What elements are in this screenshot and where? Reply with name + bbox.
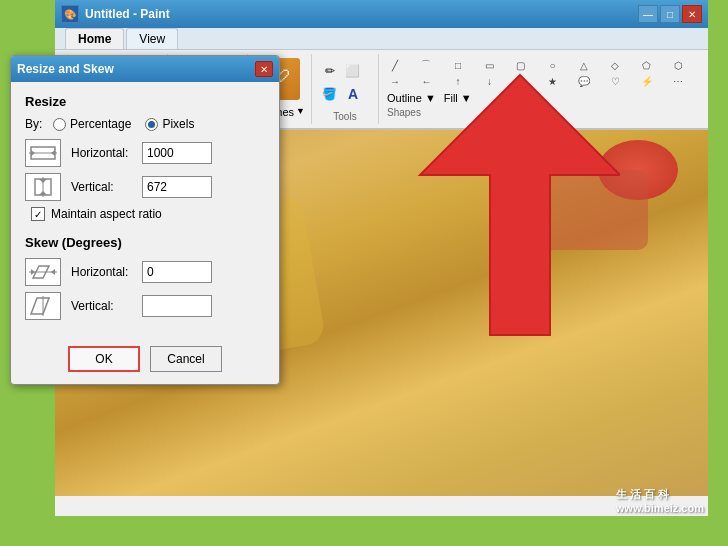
green-border-right bbox=[708, 0, 728, 546]
shape-star5[interactable]: ★ bbox=[544, 74, 560, 88]
ribbon-group-shapes: ╱ ⌒ □ ▭ ▢ ○ △ ◇ ⬠ ⬡ → ← ↑ ↓ ✦ ★ 💬 ♡ ⚡ ⋯ bbox=[379, 54, 708, 124]
aspect-ratio-checkbox[interactable]: ✓ bbox=[31, 207, 45, 221]
fill-dropdown[interactable]: Fill ▼ bbox=[444, 92, 472, 104]
shape-more[interactable]: ⋯ bbox=[670, 74, 686, 88]
shape-hexagon[interactable]: ⬡ bbox=[670, 58, 686, 72]
skew-vertical-row: Vertical: bbox=[25, 292, 265, 320]
skew-section: Skew (Degrees) Horizontal: bbox=[25, 235, 265, 320]
window-controls: — □ ✕ bbox=[638, 5, 702, 23]
by-label: By: bbox=[25, 117, 45, 131]
vertical-label: Vertical: bbox=[71, 180, 136, 194]
horizontal-label: Horizontal: bbox=[71, 146, 136, 160]
tool-eraser[interactable]: ⬜ bbox=[343, 61, 363, 81]
shape-pentagon[interactable]: ⬠ bbox=[639, 58, 655, 72]
skew-horizontal-input[interactable] bbox=[142, 261, 212, 283]
skew-horizontal-row: Horizontal: bbox=[25, 258, 265, 286]
shapes-options: Outline ▼ Fill ▼ bbox=[387, 92, 700, 104]
watermark-line2: www.bimeiz.com bbox=[616, 502, 704, 514]
ribbon-tabs: Home View bbox=[55, 28, 708, 50]
shape-arrow-right[interactable]: → bbox=[387, 74, 403, 88]
resize-vertical-row: Vertical: bbox=[25, 173, 265, 201]
shape-heart[interactable]: ♡ bbox=[607, 74, 623, 88]
pixels-radio-circle bbox=[145, 118, 158, 131]
vertical-input[interactable] bbox=[142, 176, 212, 198]
svg-marker-3 bbox=[31, 150, 35, 156]
maximize-button[interactable]: □ bbox=[660, 5, 680, 23]
svg-marker-13 bbox=[31, 298, 49, 314]
aspect-ratio-label: Maintain aspect ratio bbox=[51, 207, 162, 221]
food-element-2 bbox=[528, 170, 648, 250]
resize-section: Resize By: Percentage Pixels bbox=[25, 94, 265, 221]
shapes-label: Shapes bbox=[387, 107, 700, 120]
dialog-footer: OK Cancel bbox=[11, 338, 279, 384]
cancel-button[interactable]: Cancel bbox=[150, 346, 222, 372]
percentage-radio-circle bbox=[53, 118, 66, 131]
watermark: 生 活 百 科 www.bimeiz.com bbox=[616, 487, 704, 514]
pixels-radio[interactable]: Pixels bbox=[145, 117, 194, 131]
percentage-label: Percentage bbox=[70, 117, 131, 131]
eraser-icon: ⬜ bbox=[345, 63, 361, 79]
pixels-label: Pixels bbox=[162, 117, 194, 131]
green-border-bottom bbox=[0, 516, 728, 546]
vertical-resize-icon bbox=[25, 173, 61, 201]
aspect-ratio-row: ✓ Maintain aspect ratio bbox=[31, 207, 265, 221]
resize-radio-group: Percentage Pixels bbox=[53, 117, 194, 131]
brushes-dropdown-icon[interactable]: ▼ bbox=[296, 106, 305, 116]
text-icon: A bbox=[345, 86, 361, 102]
resize-title: Resize bbox=[25, 94, 265, 109]
shape-arrow-up[interactable]: ↑ bbox=[450, 74, 466, 88]
skew-horizontal-icon bbox=[25, 258, 61, 286]
tab-home[interactable]: Home bbox=[65, 28, 124, 49]
by-row: By: Percentage Pixels bbox=[25, 117, 265, 131]
shape-rect2[interactable]: ▭ bbox=[481, 58, 497, 72]
shape-lightning[interactable]: ⚡ bbox=[639, 74, 655, 88]
shape-star4[interactable]: ✦ bbox=[513, 74, 529, 88]
tool-pencil[interactable]: ✏ bbox=[320, 61, 340, 81]
close-window-button[interactable]: ✕ bbox=[682, 5, 702, 23]
skew-vertical-input[interactable] bbox=[142, 295, 212, 317]
shape-arrow-down[interactable]: ↓ bbox=[481, 74, 497, 88]
dialog-close-button[interactable]: ✕ bbox=[255, 61, 273, 77]
tools-label: Tools bbox=[333, 111, 356, 124]
title-bar-left: 🎨 Untitled - Paint bbox=[61, 5, 170, 23]
resize-horizontal-row: Horizontal: bbox=[25, 139, 265, 167]
shape-line[interactable]: ╱ bbox=[387, 58, 403, 72]
skew-title: Skew (Degrees) bbox=[25, 235, 265, 250]
dialog-content: Resize By: Percentage Pixels bbox=[11, 82, 279, 338]
pencil-icon: ✏ bbox=[322, 63, 338, 79]
shapes-grid: ╱ ⌒ □ ▭ ▢ ○ △ ◇ ⬠ ⬡ → ← ↑ ↓ ✦ ★ 💬 ♡ ⚡ ⋯ bbox=[387, 58, 700, 88]
ok-button[interactable]: OK bbox=[68, 346, 140, 372]
shape-rect[interactable]: □ bbox=[450, 58, 466, 72]
svg-marker-8 bbox=[39, 191, 47, 195]
svg-marker-12 bbox=[51, 269, 55, 275]
shape-diamond[interactable]: ◇ bbox=[607, 58, 623, 72]
horizontal-input[interactable] bbox=[142, 142, 212, 164]
fill-icon: 🪣 bbox=[322, 86, 338, 102]
title-bar: 🎨 Untitled - Paint — □ ✕ bbox=[55, 0, 708, 28]
dialog-titlebar: Resize and Skew ✕ bbox=[11, 56, 279, 82]
shape-ellipse[interactable]: ○ bbox=[544, 58, 560, 72]
skew-vertical-icon bbox=[25, 292, 61, 320]
dialog-title: Resize and Skew bbox=[17, 62, 114, 76]
watermark-line1: 生 活 百 科 bbox=[616, 487, 704, 502]
skew-horizontal-label: Horizontal: bbox=[71, 265, 136, 279]
shape-callout[interactable]: 💬 bbox=[576, 74, 592, 88]
shape-triangle[interactable]: △ bbox=[576, 58, 592, 72]
tool-fill[interactable]: 🪣 bbox=[320, 84, 340, 104]
resize-skew-dialog: Resize and Skew ✕ Resize By: Percentage … bbox=[10, 55, 280, 385]
app-icon: 🎨 bbox=[61, 5, 79, 23]
shape-arrow-left[interactable]: ← bbox=[418, 74, 434, 88]
svg-marker-4 bbox=[51, 150, 55, 156]
minimize-button[interactable]: — bbox=[638, 5, 658, 23]
shape-rounded-rect[interactable]: ▢ bbox=[513, 58, 529, 72]
tool-text[interactable]: A bbox=[343, 84, 363, 104]
window-title: Untitled - Paint bbox=[85, 7, 170, 21]
tab-view[interactable]: View bbox=[126, 28, 178, 49]
shape-curve[interactable]: ⌒ bbox=[418, 58, 434, 72]
svg-marker-7 bbox=[39, 179, 47, 183]
outline-dropdown[interactable]: Outline ▼ bbox=[387, 92, 436, 104]
horizontal-resize-icon bbox=[25, 139, 61, 167]
tools-content: ✏ ⬜ 🪣 A bbox=[320, 54, 370, 111]
skew-vertical-label: Vertical: bbox=[71, 299, 136, 313]
percentage-radio[interactable]: Percentage bbox=[53, 117, 131, 131]
